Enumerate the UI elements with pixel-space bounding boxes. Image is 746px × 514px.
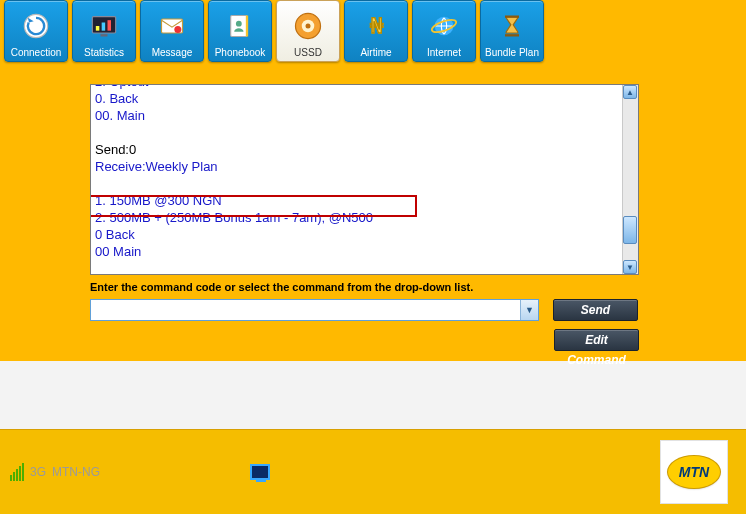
monitor-icon xyxy=(250,464,270,480)
ussd-panel: 2. Optout 0. Back 00. Main Send:0 Receiv… xyxy=(0,64,746,361)
status-bar: 3G MTN-NG MTN xyxy=(0,429,746,514)
main-toolbar: Connection Statistics Message Phonebook … xyxy=(0,0,746,64)
chevron-down-icon[interactable]: ▼ xyxy=(520,300,538,320)
svg-point-13 xyxy=(306,24,311,29)
svg-point-7 xyxy=(174,26,181,33)
send-button[interactable]: Send xyxy=(553,299,638,321)
tab-label: Airtime xyxy=(360,47,391,58)
naira-icon: ₦ xyxy=(362,5,390,47)
tab-label: USSD xyxy=(294,47,322,58)
carrier-name: MTN-NG xyxy=(52,465,100,479)
tab-message[interactable]: Message xyxy=(140,0,204,62)
scroll-thumb[interactable] xyxy=(623,216,637,244)
ie-icon xyxy=(430,5,458,47)
tab-label: Phonebook xyxy=(215,47,266,58)
svg-rect-2 xyxy=(96,26,100,31)
signal-bars-icon xyxy=(10,463,24,481)
tab-connection[interactable]: Connection xyxy=(4,0,68,62)
envelope-icon xyxy=(158,5,186,47)
tab-label: Bundle Plan xyxy=(485,47,539,58)
tab-label: Statistics xyxy=(84,47,124,58)
tab-phonebook[interactable]: Phonebook xyxy=(208,0,272,62)
phonebook-icon xyxy=(226,5,254,47)
svg-text:₦: ₦ xyxy=(369,14,384,37)
command-input[interactable] xyxy=(91,300,520,320)
svg-point-10 xyxy=(236,21,242,27)
tab-label: Internet xyxy=(427,47,461,58)
edit-command-button[interactable]: Edit Command xyxy=(554,329,639,351)
network-mode: 3G xyxy=(30,465,46,479)
svg-rect-18 xyxy=(505,34,519,36)
svg-rect-4 xyxy=(108,20,112,30)
tab-airtime[interactable]: ₦ Airtime xyxy=(344,0,408,62)
svg-rect-5 xyxy=(101,34,108,36)
chart-icon xyxy=(90,5,118,47)
tab-statistics[interactable]: Statistics xyxy=(72,0,136,62)
scroll-up-button[interactable]: ▲ xyxy=(623,85,637,99)
tab-bundle-plan[interactable]: Bundle Plan xyxy=(480,0,544,62)
hourglass-icon xyxy=(498,5,526,47)
svg-rect-17 xyxy=(505,16,519,18)
scroll-down-button[interactable]: ▼ xyxy=(623,260,637,274)
svg-rect-3 xyxy=(102,23,106,31)
disc-icon xyxy=(293,5,323,47)
tab-internet[interactable]: Internet xyxy=(412,0,476,62)
svg-rect-9 xyxy=(246,16,248,37)
refresh-icon xyxy=(22,5,50,47)
tab-ussd[interactable]: USSD xyxy=(276,0,340,62)
instruction-text: Enter the command code or select the com… xyxy=(90,275,639,299)
ussd-output[interactable]: 2. Optout 0. Back 00. Main Send:0 Receiv… xyxy=(90,84,639,275)
mtn-logo: MTN xyxy=(660,440,728,504)
tab-label: Message xyxy=(152,47,193,58)
command-combobox[interactable]: ▼ xyxy=(90,299,539,321)
scrollbar-vertical[interactable]: ▲ ▼ xyxy=(622,85,638,274)
tab-label: Connection xyxy=(11,47,62,58)
